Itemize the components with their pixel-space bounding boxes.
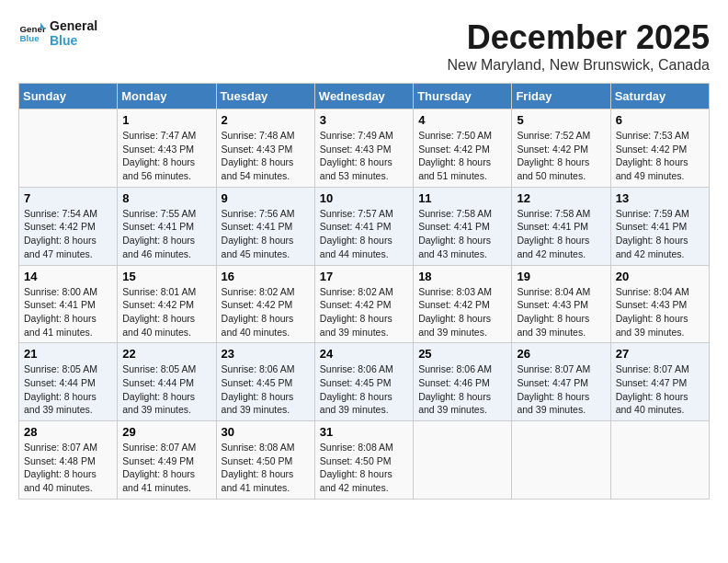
calendar-cell: 17Sunrise: 8:02 AM Sunset: 4:42 PM Dayli…	[314, 265, 413, 343]
calendar-cell: 29Sunrise: 8:07 AM Sunset: 4:49 PM Dayli…	[118, 421, 216, 500]
day-info: Sunrise: 7:48 AM Sunset: 4:43 PM Dayligh…	[222, 129, 310, 183]
day-info: Sunrise: 8:05 AM Sunset: 4:44 PM Dayligh…	[24, 362, 112, 417]
header-day-friday: Friday	[512, 84, 610, 109]
day-number: 28	[24, 425, 112, 439]
calendar-cell: 27Sunrise: 8:07 AM Sunset: 4:47 PM Dayli…	[610, 343, 709, 421]
day-number: 19	[517, 270, 605, 283]
day-number: 20	[616, 270, 704, 283]
calendar-cell: 3Sunrise: 7:49 AM Sunset: 4:43 PM Daylig…	[314, 109, 413, 188]
day-number: 31	[320, 425, 408, 439]
calendar-cell: 20Sunrise: 8:04 AM Sunset: 4:43 PM Dayli…	[610, 265, 709, 343]
day-number: 3	[320, 113, 408, 127]
calendar-header: SundayMondayTuesdayWednesdayThursdayFrid…	[19, 84, 710, 109]
day-number: 12	[517, 191, 605, 205]
day-info: Sunrise: 8:06 AM Sunset: 4:45 PM Dayligh…	[222, 362, 310, 417]
calendar-title: December 2025	[448, 18, 710, 57]
calendar-cell: 18Sunrise: 8:03 AM Sunset: 4:42 PM Dayli…	[414, 265, 512, 343]
day-info: Sunrise: 8:07 AM Sunset: 4:47 PM Dayligh…	[517, 362, 605, 417]
day-info: Sunrise: 8:04 AM Sunset: 4:43 PM Dayligh…	[517, 285, 605, 339]
calendar-subtitle: New Maryland, New Brunswick, Canada	[448, 57, 710, 74]
day-info: Sunrise: 8:07 AM Sunset: 4:48 PM Dayligh…	[24, 441, 112, 495]
day-number: 21	[24, 347, 112, 361]
calendar-cell: 2Sunrise: 7:48 AM Sunset: 4:43 PM Daylig…	[216, 109, 314, 188]
header: General Blue General Blue December 2025 …	[18, 18, 710, 74]
day-info: Sunrise: 8:07 AM Sunset: 4:47 PM Dayligh…	[616, 362, 704, 417]
calendar-cell: 31Sunrise: 8:08 AM Sunset: 4:50 PM Dayli…	[314, 421, 413, 500]
week-row-1: 1Sunrise: 7:47 AM Sunset: 4:43 PM Daylig…	[19, 109, 710, 188]
calendar-cell: 12Sunrise: 7:58 AM Sunset: 4:41 PM Dayli…	[512, 187, 610, 265]
calendar-cell: 22Sunrise: 8:05 AM Sunset: 4:44 PM Dayli…	[118, 343, 216, 421]
header-day-saturday: Saturday	[610, 84, 709, 109]
calendar-cell: 8Sunrise: 7:55 AM Sunset: 4:41 PM Daylig…	[118, 187, 216, 265]
day-info: Sunrise: 7:54 AM Sunset: 4:42 PM Dayligh…	[24, 207, 112, 261]
day-number: 2	[222, 113, 310, 127]
calendar-cell: 11Sunrise: 7:58 AM Sunset: 4:41 PM Dayli…	[414, 187, 512, 265]
day-number: 27	[616, 347, 704, 361]
week-row-2: 7Sunrise: 7:54 AM Sunset: 4:42 PM Daylig…	[19, 187, 710, 265]
day-number: 16	[222, 270, 310, 283]
day-info: Sunrise: 7:50 AM Sunset: 4:42 PM Dayligh…	[418, 129, 506, 183]
calendar-cell	[512, 421, 610, 500]
day-number: 6	[616, 113, 704, 127]
calendar-cell: 1Sunrise: 7:47 AM Sunset: 4:43 PM Daylig…	[118, 109, 216, 188]
day-number: 13	[616, 191, 704, 205]
title-section: December 2025 New Maryland, New Brunswic…	[448, 18, 710, 74]
header-day-sunday: Sunday	[19, 84, 118, 109]
day-number: 14	[24, 270, 112, 283]
calendar-cell: 15Sunrise: 8:01 AM Sunset: 4:42 PM Dayli…	[118, 265, 216, 343]
day-info: Sunrise: 8:08 AM Sunset: 4:50 PM Dayligh…	[320, 441, 408, 495]
day-number: 5	[517, 113, 605, 127]
day-number: 17	[320, 270, 408, 283]
logo-text-blue: Blue	[50, 33, 97, 48]
calendar-cell	[610, 421, 709, 500]
calendar-cell: 7Sunrise: 7:54 AM Sunset: 4:42 PM Daylig…	[19, 187, 118, 265]
logo-icon: General Blue	[18, 19, 46, 47]
day-number: 9	[222, 191, 310, 205]
header-day-monday: Monday	[118, 84, 216, 109]
day-number: 23	[222, 347, 310, 361]
calendar-cell: 5Sunrise: 7:52 AM Sunset: 4:42 PM Daylig…	[512, 109, 610, 188]
day-number: 11	[418, 191, 506, 205]
day-info: Sunrise: 8:06 AM Sunset: 4:46 PM Dayligh…	[418, 362, 506, 417]
calendar-cell: 26Sunrise: 8:07 AM Sunset: 4:47 PM Dayli…	[512, 343, 610, 421]
calendar-cell: 6Sunrise: 7:53 AM Sunset: 4:42 PM Daylig…	[610, 109, 709, 188]
day-info: Sunrise: 8:00 AM Sunset: 4:41 PM Dayligh…	[24, 285, 112, 339]
day-info: Sunrise: 7:55 AM Sunset: 4:41 PM Dayligh…	[122, 207, 210, 261]
calendar-cell: 23Sunrise: 8:06 AM Sunset: 4:45 PM Dayli…	[216, 343, 314, 421]
day-info: Sunrise: 8:02 AM Sunset: 4:42 PM Dayligh…	[320, 285, 408, 339]
week-row-3: 14Sunrise: 8:00 AM Sunset: 4:41 PM Dayli…	[19, 265, 710, 343]
day-info: Sunrise: 8:03 AM Sunset: 4:42 PM Dayligh…	[418, 285, 506, 339]
calendar-cell: 19Sunrise: 8:04 AM Sunset: 4:43 PM Dayli…	[512, 265, 610, 343]
day-info: Sunrise: 8:07 AM Sunset: 4:49 PM Dayligh…	[122, 441, 210, 495]
day-number: 24	[320, 347, 408, 361]
calendar-cell: 25Sunrise: 8:06 AM Sunset: 4:46 PM Dayli…	[414, 343, 512, 421]
day-info: Sunrise: 8:08 AM Sunset: 4:50 PM Dayligh…	[222, 441, 310, 495]
day-info: Sunrise: 8:06 AM Sunset: 4:45 PM Dayligh…	[320, 362, 408, 417]
calendar-cell: 24Sunrise: 8:06 AM Sunset: 4:45 PM Dayli…	[314, 343, 413, 421]
calendar-cell: 21Sunrise: 8:05 AM Sunset: 4:44 PM Dayli…	[19, 343, 118, 421]
day-number: 4	[418, 113, 506, 127]
calendar-cell: 9Sunrise: 7:56 AM Sunset: 4:41 PM Daylig…	[216, 187, 314, 265]
calendar-cell: 28Sunrise: 8:07 AM Sunset: 4:48 PM Dayli…	[19, 421, 118, 500]
calendar-cell: 10Sunrise: 7:57 AM Sunset: 4:41 PM Dayli…	[314, 187, 413, 265]
logo: General Blue General Blue	[18, 18, 97, 48]
header-day-thursday: Thursday	[414, 84, 512, 109]
calendar-cell: 30Sunrise: 8:08 AM Sunset: 4:50 PM Dayli…	[216, 421, 314, 500]
calendar-cell: 4Sunrise: 7:50 AM Sunset: 4:42 PM Daylig…	[414, 109, 512, 188]
day-number: 1	[122, 113, 210, 127]
svg-text:Blue: Blue	[20, 33, 40, 43]
day-info: Sunrise: 7:59 AM Sunset: 4:41 PM Dayligh…	[616, 207, 704, 261]
header-day-wednesday: Wednesday	[314, 84, 413, 109]
day-number: 8	[122, 191, 210, 205]
day-info: Sunrise: 8:02 AM Sunset: 4:42 PM Dayligh…	[222, 285, 310, 339]
day-info: Sunrise: 7:56 AM Sunset: 4:41 PM Dayligh…	[222, 207, 310, 261]
calendar-cell	[414, 421, 512, 500]
calendar-cell: 14Sunrise: 8:00 AM Sunset: 4:41 PM Dayli…	[19, 265, 118, 343]
day-number: 10	[320, 191, 408, 205]
calendar-cell	[19, 109, 118, 188]
day-info: Sunrise: 7:57 AM Sunset: 4:41 PM Dayligh…	[320, 207, 408, 261]
week-row-4: 21Sunrise: 8:05 AM Sunset: 4:44 PM Dayli…	[19, 343, 710, 421]
day-info: Sunrise: 8:04 AM Sunset: 4:43 PM Dayligh…	[616, 285, 704, 339]
day-number: 29	[122, 425, 210, 439]
day-number: 26	[517, 347, 605, 361]
